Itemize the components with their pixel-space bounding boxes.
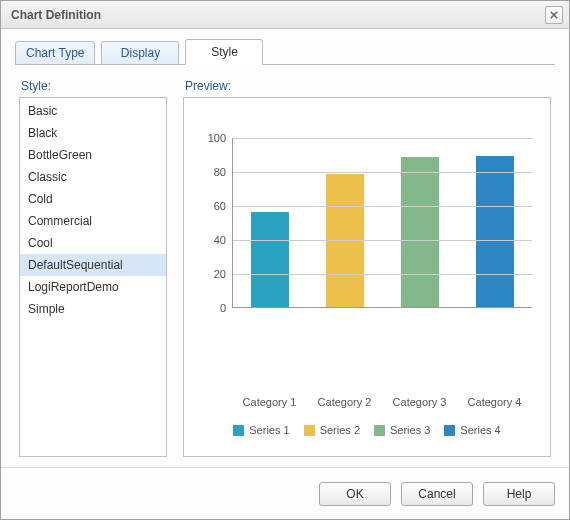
chart-area: 020406080100 <box>202 138 532 390</box>
style-item[interactable]: DefaultSequential <box>20 254 166 276</box>
style-panel: Style: BasicBlackBottleGreenClassicColdC… <box>15 65 555 467</box>
legend-item: Series 1 <box>233 424 289 436</box>
legend-swatch <box>374 425 385 436</box>
style-item[interactable]: Commercial <box>20 210 166 232</box>
legend-label: Series 1 <box>249 424 289 436</box>
x-tick-label: Category 4 <box>462 396 528 408</box>
chart-bar <box>401 157 439 307</box>
help-button[interactable]: Help <box>483 482 555 506</box>
grid-line <box>233 206 532 207</box>
legend-item: Series 3 <box>374 424 430 436</box>
y-tick-label: 80 <box>214 166 226 178</box>
y-tick-label: 0 <box>220 302 226 314</box>
legend-label: Series 2 <box>320 424 360 436</box>
chart-bar <box>476 156 514 307</box>
chart-definition-dialog: Chart Definition Chart TypeDisplayStyle … <box>0 0 570 520</box>
preview-side: Preview: 020406080100 Category 1Category… <box>183 79 551 457</box>
dialog-body: Chart TypeDisplayStyle Style: BasicBlack… <box>1 29 569 467</box>
titlebar: Chart Definition <box>1 1 569 29</box>
tab-chart-type[interactable]: Chart Type <box>15 41 95 65</box>
chart-bars <box>233 138 532 307</box>
preview-label: Preview: <box>183 79 551 93</box>
legend-item: Series 4 <box>444 424 500 436</box>
grid-line <box>233 138 532 139</box>
y-tick-label: 40 <box>214 234 226 246</box>
legend-swatch <box>304 425 315 436</box>
close-icon <box>550 11 558 19</box>
y-tick-label: 100 <box>208 132 226 144</box>
x-tick-label: Category 3 <box>387 396 453 408</box>
grid-line <box>233 274 532 275</box>
style-item[interactable]: LogiReportDemo <box>20 276 166 298</box>
cancel-button[interactable]: Cancel <box>401 482 473 506</box>
style-item[interactable]: BottleGreen <box>20 144 166 166</box>
y-tick-label: 20 <box>214 268 226 280</box>
grid-line <box>233 172 532 173</box>
close-button[interactable] <box>545 6 563 24</box>
legend-item: Series 2 <box>304 424 360 436</box>
style-side: Style: BasicBlackBottleGreenClassicColdC… <box>19 79 167 457</box>
tab-style[interactable]: Style <box>185 39 263 65</box>
style-item[interactable]: Basic <box>20 100 166 122</box>
grid-line <box>233 240 532 241</box>
x-tick-label: Category 1 <box>237 396 303 408</box>
tab-display[interactable]: Display <box>101 41 179 65</box>
legend-swatch <box>233 425 244 436</box>
style-item[interactable]: Cool <box>20 232 166 254</box>
style-label: Style: <box>19 79 167 93</box>
chart-plot <box>232 138 532 308</box>
dialog-buttons: OK Cancel Help <box>1 467 569 519</box>
preview-box: 020406080100 Category 1Category 2Categor… <box>183 97 551 457</box>
legend-label: Series 4 <box>460 424 500 436</box>
y-tick-label: 60 <box>214 200 226 212</box>
ok-button[interactable]: OK <box>319 482 391 506</box>
window-title: Chart Definition <box>11 8 545 22</box>
legend-swatch <box>444 425 455 436</box>
style-item[interactable]: Black <box>20 122 166 144</box>
style-item[interactable]: Simple <box>20 298 166 320</box>
chart-legend: Series 1Series 2Series 3Series 4 <box>202 424 532 436</box>
y-axis: 020406080100 <box>202 138 232 308</box>
x-tick-label: Category 2 <box>312 396 378 408</box>
x-axis-labels: Category 1Category 2Category 3Category 4 <box>232 396 532 408</box>
legend-label: Series 3 <box>390 424 430 436</box>
tabs: Chart TypeDisplayStyle <box>15 39 555 65</box>
style-list[interactable]: BasicBlackBottleGreenClassicColdCommerci… <box>19 97 167 457</box>
style-item[interactable]: Cold <box>20 188 166 210</box>
chart-bar <box>251 212 289 307</box>
style-item[interactable]: Classic <box>20 166 166 188</box>
